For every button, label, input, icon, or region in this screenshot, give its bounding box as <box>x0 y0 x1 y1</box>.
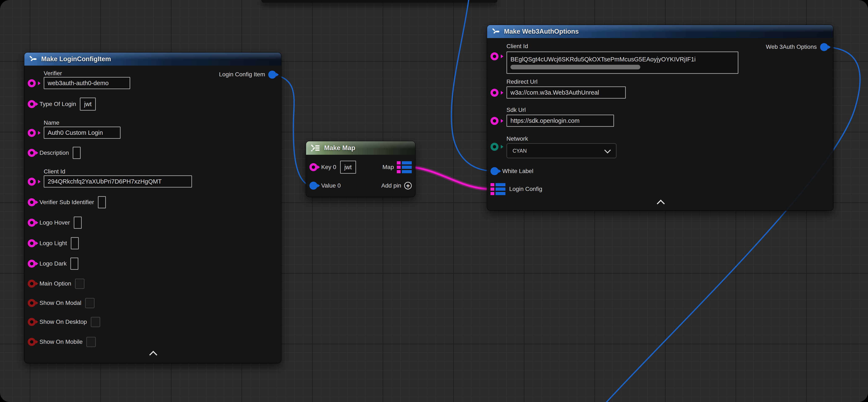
pin-label-value0: Value 0 <box>321 182 341 189</box>
logo-light-input[interactable] <box>71 237 79 249</box>
pin-verifier-sub-identifier[interactable] <box>28 198 36 206</box>
node-header[interactable]: Make LoginConfigItem <box>24 53 281 66</box>
node-make-web3authoptions[interactable]: Make Web3AuthOptions Web 3Auth Options C… <box>487 25 833 210</box>
pin-label-show-on-modal: Show On Modal <box>39 299 81 306</box>
show-on-modal-checkbox[interactable] <box>85 298 95 308</box>
name-input[interactable]: Auth0 Custom Login <box>44 126 121 139</box>
description-input[interactable] <box>73 147 81 159</box>
pin-label-key0: Key 0 <box>321 164 336 171</box>
logo-hover-input[interactable] <box>74 217 82 229</box>
pin-label-white-label: White Label <box>502 168 533 174</box>
offscreen-node-edge <box>261 0 497 3</box>
pin-main-option[interactable] <box>28 280 36 288</box>
add-pin-button[interactable]: Add pin + <box>381 182 412 190</box>
pin-redirect-url[interactable] <box>491 89 498 97</box>
pin-verifier[interactable] <box>28 79 36 87</box>
show-on-mobile-checkbox[interactable] <box>86 337 96 347</box>
pin-label-type-of-login: Type Of Login <box>39 101 76 108</box>
pin-label-client-id: Client Id <box>506 43 528 50</box>
sdk-url-input[interactable]: https://sdk.openlogin.com <box>506 115 614 127</box>
pin-white-label[interactable] <box>491 167 498 175</box>
pin-key0[interactable] <box>309 163 317 171</box>
pin-label-description: Description <box>39 149 69 156</box>
dropdown-chevron-icon <box>604 147 611 153</box>
pin-client-id[interactable] <box>28 178 36 185</box>
pin-description[interactable] <box>28 149 36 157</box>
pin-label-main-option: Main Option <box>39 280 71 287</box>
node-make-map[interactable]: Make Map Key 0 jwt Map Value 0 Add pin + <box>306 141 415 197</box>
key0-input[interactable]: jwt <box>340 161 356 174</box>
output-label-map: Map <box>382 164 394 171</box>
pin-label-verifier-sub-identifier: Verifier Sub Identifier <box>39 199 94 206</box>
pin-show-on-modal[interactable] <box>28 299 36 307</box>
pin-label-logo-light: Logo Light <box>39 240 67 247</box>
pin-label-name: Name <box>44 119 59 126</box>
pin-label-logo-hover: Logo Hover <box>39 219 70 226</box>
pin-label-show-on-mobile: Show On Mobile <box>39 339 83 345</box>
type-of-login-input[interactable]: jwt <box>80 97 96 111</box>
node-header[interactable]: Make Map <box>306 141 415 155</box>
blueprint-editor: { "colors": { "canvas_bg": "#2b2b2b", "h… <box>0 0 868 402</box>
client-id-text: BEglQSgt4cUWcj6SKRdu5QkOXTsePmMcusG5EAoy… <box>510 56 735 63</box>
collapse-node-icon[interactable] <box>149 351 157 359</box>
pin-label-verifier: Verifier <box>44 70 62 77</box>
output-pin-map[interactable] <box>397 161 412 173</box>
add-pin-plus-icon: + <box>404 182 412 190</box>
show-on-desktop-checkbox[interactable] <box>91 317 100 327</box>
pin-logo-hover[interactable] <box>28 219 36 227</box>
pin-show-on-mobile[interactable] <box>28 338 36 346</box>
client-id-input[interactable]: BEglQSgt4cUWcj6SKRdu5QkOXTsePmMcusG5EAoy… <box>506 52 738 74</box>
node-header[interactable]: Make Web3AuthOptions <box>487 25 833 38</box>
pin-type-of-login[interactable] <box>28 100 36 108</box>
verifier-sub-identifier-input[interactable] <box>98 196 106 208</box>
output-pin-login-config-item[interactable] <box>268 70 276 79</box>
logo-dark-input[interactable] <box>70 258 79 270</box>
pin-label-network: Network <box>506 135 528 142</box>
pin-label-client-id: Client Id <box>44 168 65 175</box>
pin-logo-light[interactable] <box>28 239 36 247</box>
pin-name[interactable] <box>28 129 36 137</box>
node-title: Make Web3AuthOptions <box>504 28 579 35</box>
wire-map-to-login-config-glow <box>412 167 490 189</box>
pin-logo-dark[interactable] <box>28 260 36 268</box>
make-map-icon <box>311 144 320 152</box>
pin-label-show-on-desktop: Show On Desktop <box>39 318 87 325</box>
make-struct-icon <box>492 27 500 36</box>
verifier-input[interactable]: web3auth-auth0-demo <box>44 77 130 89</box>
wire-top-to-white-label[interactable] <box>452 0 490 171</box>
add-pin-label: Add pin <box>381 182 401 189</box>
make-struct-icon <box>29 55 37 63</box>
collapse-node-icon[interactable] <box>657 200 665 207</box>
pin-login-config[interactable] <box>491 183 505 195</box>
pin-label-redirect-url: Redirect Url <box>506 79 537 85</box>
output-pin-web3auth-options[interactable] <box>820 43 828 51</box>
node-title: Make Map <box>324 144 355 152</box>
redirect-url-input[interactable]: w3a://com.w3a.Web3AuthUnreal <box>506 86 626 98</box>
node-make-loginconfigitem[interactable]: Make LoginConfigItem Login Config Item V… <box>24 53 281 363</box>
client-id-input[interactable]: 294QRkchfq2YaXUbPri7D6PH7xzHgQMT <box>44 175 192 188</box>
network-dropdown[interactable]: CYAN <box>506 143 617 158</box>
pin-label-logo-dark: Logo Dark <box>39 260 67 267</box>
client-id-scrollbar[interactable] <box>510 65 640 69</box>
network-selected-value: CYAN <box>513 148 527 154</box>
pin-label-login-config: Login Config <box>509 185 542 192</box>
main-option-checkbox[interactable] <box>75 279 85 289</box>
pin-network[interactable] <box>491 143 498 151</box>
pin-client-id[interactable] <box>491 52 498 60</box>
node-title: Make LoginConfigItem <box>41 55 111 63</box>
pin-value0[interactable] <box>309 182 317 190</box>
output-label-login-config-item: Login Config Item <box>219 71 265 78</box>
pin-sdk-url[interactable] <box>491 117 498 125</box>
pin-label-sdk-url: Sdk Url <box>506 107 526 113</box>
blueprint-canvas[interactable]: Make LoginConfigItem Login Config Item V… <box>0 0 868 402</box>
output-label-web3auth-options: Web 3Auth Options <box>766 44 817 50</box>
pin-show-on-desktop[interactable] <box>28 318 36 326</box>
